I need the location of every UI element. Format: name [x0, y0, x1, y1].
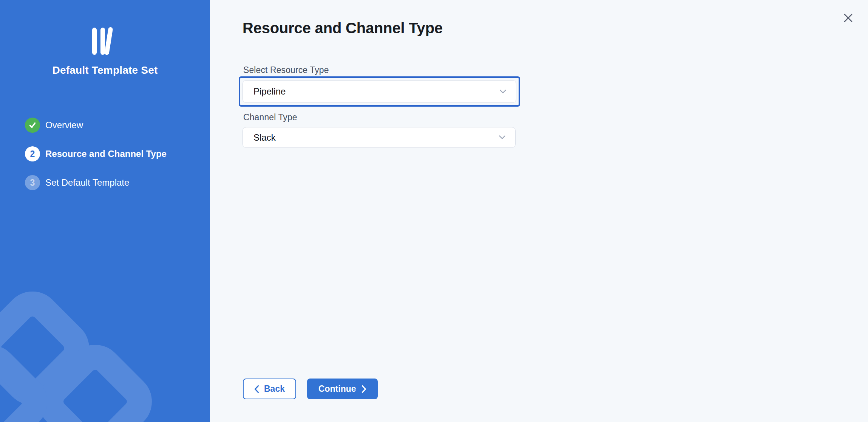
wizard-content: Resource and Channel Type Select Resourc… [210, 0, 868, 422]
page-title: Resource and Channel Type [242, 20, 443, 37]
chevron-left-icon [254, 385, 259, 393]
step-overview[interactable]: Overview [25, 118, 167, 133]
channel-type-label: Channel Type [243, 112, 297, 123]
channel-type-select[interactable]: Slack [242, 127, 516, 148]
resource-type-select-focus-ring: Pipeline [239, 76, 520, 107]
step-label: Overview [45, 120, 83, 130]
channel-type-value: Slack [253, 132, 276, 143]
step-label: Resource and Channel Type [45, 149, 167, 159]
wizard-steps: Overview 2 Resource and Channel Type 3 S… [25, 118, 167, 190]
continue-button[interactable]: Continue [307, 379, 378, 399]
chevron-down-icon [500, 90, 506, 94]
close-icon [843, 13, 853, 23]
continue-button-label: Continue [318, 384, 356, 394]
wizard-title: Default Template Set [0, 64, 210, 76]
check-icon [28, 121, 37, 129]
leaning-books-logo-icon [92, 27, 118, 56]
step-label: Set Default Template [45, 177, 129, 188]
wizard-modal: Default Template Set Overview 2 Resource… [0, 0, 868, 422]
step-number-badge: 3 [25, 175, 40, 190]
step-set-default-template[interactable]: 3 Set Default Template [25, 175, 167, 190]
resource-type-label: Select Resource Type [243, 65, 329, 75]
close-button[interactable] [840, 10, 856, 26]
step-complete-badge [25, 118, 40, 133]
back-button[interactable]: Back [243, 379, 296, 399]
resource-type-select[interactable]: Pipeline [242, 80, 516, 103]
chevron-right-icon [361, 385, 366, 393]
chevron-down-icon [499, 135, 505, 140]
step-resource-and-channel-type[interactable]: 2 Resource and Channel Type [25, 146, 167, 161]
resource-type-value: Pipeline [253, 86, 286, 97]
back-button-label: Back [264, 384, 285, 394]
wizard-footer: Back Continue [243, 379, 378, 399]
wizard-sidebar: Default Template Set Overview 2 Resource… [0, 0, 210, 422]
sidebar-watermark-pattern [0, 0, 210, 422]
app-logo [0, 27, 210, 56]
step-number-badge: 2 [25, 146, 40, 161]
